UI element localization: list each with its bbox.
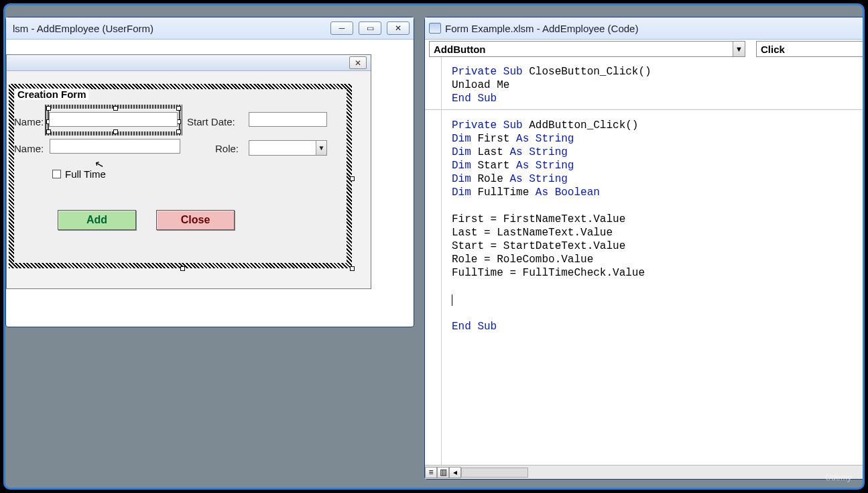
fulltime-label: Full Time bbox=[65, 168, 106, 180]
scroll-left-button[interactable]: ◂ bbox=[449, 467, 461, 478]
code-bottom-bar: ≡ ▥ ◂ bbox=[425, 465, 865, 479]
add-button[interactable]: Add bbox=[58, 210, 136, 230]
watermark: Udemy bbox=[825, 473, 852, 482]
designer-title-text: lsm - AddEmployee (UserForm) bbox=[10, 23, 330, 34]
label-role: Role: bbox=[215, 143, 239, 154]
userform-canvas[interactable]: ✕ Creation Form Name: bbox=[6, 54, 371, 289]
role-combobox[interactable]: ▼ bbox=[249, 140, 327, 156]
chevron-down-icon: ▼ bbox=[733, 42, 745, 56]
startdate-textbox[interactable] bbox=[249, 112, 327, 127]
object-combobox[interactable]: AddButton ▼ bbox=[429, 41, 745, 57]
view-procedure-button[interactable]: ≡ bbox=[425, 467, 437, 478]
label-name1: Name: bbox=[14, 116, 44, 127]
chevron-down-icon: ▼ bbox=[316, 141, 326, 155]
code-content: Private Sub CloseButton_Click() Unload M… bbox=[452, 65, 652, 333]
label-startdate: Start Date: bbox=[187, 116, 235, 127]
form-frame[interactable]: Creation Form Name: Start Date: bbox=[9, 84, 352, 268]
maximize-button[interactable]: ▭ bbox=[359, 21, 381, 35]
userform-close-icon[interactable]: ✕ bbox=[349, 56, 367, 69]
firstname-textbox[interactable] bbox=[49, 112, 178, 127]
hscroll-track[interactable] bbox=[461, 468, 528, 478]
minimize-button[interactable]: ─ bbox=[330, 21, 353, 35]
frame-caption: Creation Form bbox=[15, 89, 88, 100]
code-window: Form Example.xlsm - AddEmployee (Code) A… bbox=[424, 17, 865, 480]
procedure-combobox-value: Click bbox=[761, 44, 864, 55]
procedure-combobox[interactable]: Click bbox=[756, 41, 865, 57]
lastname-textbox[interactable] bbox=[50, 139, 180, 154]
designer-window: lsm - AddEmployee (UserForm) ─ ▭ ✕ ✕ Cre… bbox=[5, 17, 414, 327]
code-gutter bbox=[441, 57, 442, 465]
checkbox-icon bbox=[52, 170, 61, 178]
close-button[interactable]: Close bbox=[156, 210, 235, 230]
window-close-button[interactable]: ✕ bbox=[387, 21, 410, 35]
view-full-module-button[interactable]: ▥ bbox=[437, 467, 449, 478]
code-editor[interactable]: Private Sub CloseButton_Click() Unload M… bbox=[425, 57, 865, 465]
label-name2: Name: bbox=[14, 143, 44, 154]
designer-titlebar[interactable]: lsm - AddEmployee (UserForm) ─ ▭ ✕ bbox=[6, 17, 414, 40]
code-window-icon bbox=[429, 23, 441, 34]
code-title-text: Form Example.xlsm - AddEmployee (Code) bbox=[445, 23, 638, 34]
selection-box[interactable] bbox=[45, 105, 182, 135]
fulltime-checkbox[interactable]: Full Time bbox=[52, 168, 106, 180]
code-titlebar[interactable]: Form Example.xlsm - AddEmployee (Code) bbox=[425, 17, 865, 40]
object-combobox-value: AddButton bbox=[434, 44, 733, 55]
userform-titlebar[interactable]: ✕ bbox=[7, 55, 371, 71]
